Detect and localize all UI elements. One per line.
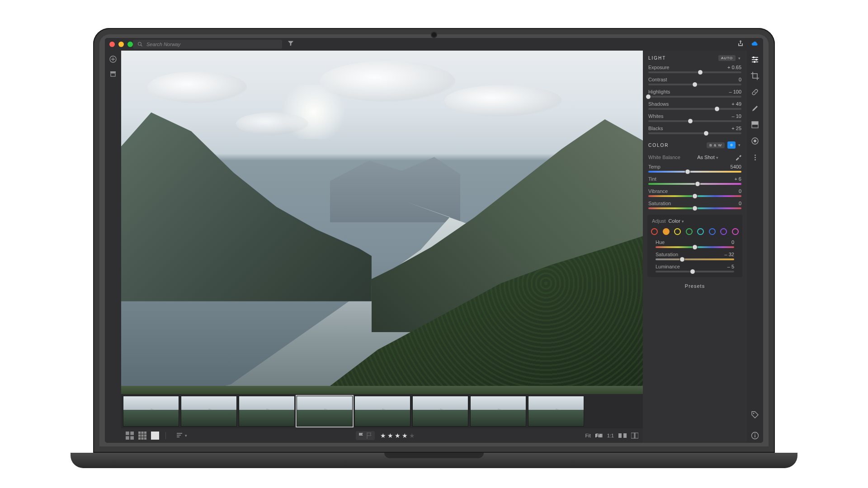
grid-view-button[interactable] <box>126 432 134 439</box>
tag-button[interactable] <box>750 410 760 419</box>
radial-gradient-button[interactable] <box>750 136 760 145</box>
svg-rect-37 <box>755 435 755 437</box>
star-2[interactable]: ★ <box>387 432 395 439</box>
eyedropper-button[interactable] <box>735 154 741 160</box>
plus-circle-icon <box>109 56 117 63</box>
tint-knob[interactable] <box>695 181 700 187</box>
filmstrip-thumb[interactable] <box>181 396 237 427</box>
adjust-mode-dropdown[interactable]: Color ▾ <box>669 218 684 224</box>
luminance-slider[interactable]: Luminance– 5 <box>650 263 740 275</box>
tint-slider[interactable]: Tint+ 6 <box>643 175 747 188</box>
bw-button[interactable]: B & W <box>707 142 725 148</box>
color-swatch-7[interactable] <box>732 228 739 235</box>
wb-dropdown[interactable]: As Shot ▾ <box>697 155 718 160</box>
hue-knob[interactable] <box>692 244 698 250</box>
color-swatch-5[interactable] <box>709 228 716 235</box>
presets-button[interactable]: Presets <box>643 280 747 292</box>
brush-button[interactable] <box>750 104 760 113</box>
fullscreen-window-button[interactable] <box>127 42 133 47</box>
flag-reject-button[interactable] <box>367 432 372 439</box>
titlebar: Search Norway <box>105 38 763 51</box>
color-swatch-6[interactable] <box>720 228 727 235</box>
close-window-button[interactable] <box>109 42 115 47</box>
shadows-knob[interactable] <box>714 106 720 112</box>
svg-rect-19 <box>618 433 622 438</box>
temp-knob[interactable] <box>685 169 690 174</box>
star-3[interactable]: ★ <box>395 432 402 439</box>
filmstrip-thumb[interactable] <box>239 396 295 427</box>
before-after-button[interactable] <box>618 432 627 439</box>
bandage-icon <box>751 88 759 96</box>
add-photos-button[interactable] <box>109 55 117 63</box>
mixer-saturation-knob[interactable] <box>679 257 685 262</box>
star-4[interactable]: ★ <box>402 432 409 439</box>
flag-pick-button[interactable] <box>359 432 364 439</box>
contrast-slider[interactable]: Contrast0 <box>643 76 747 88</box>
rating-stars[interactable]: ★★★★★ <box>380 432 416 439</box>
detail-view-button[interactable] <box>151 432 159 439</box>
square-grid-button[interactable] <box>138 432 146 439</box>
vibrance-knob[interactable] <box>692 193 698 199</box>
luminance-knob[interactable] <box>690 269 695 274</box>
more-tools-button[interactable] <box>750 153 760 162</box>
color-swatch-2[interactable] <box>674 228 681 235</box>
star-1[interactable]: ★ <box>380 432 387 439</box>
crop-button[interactable] <box>750 71 760 80</box>
saturation-slider[interactable]: Saturation0 <box>643 200 747 212</box>
color-swatch-4[interactable] <box>697 228 704 235</box>
filmstrip-thumb[interactable] <box>297 396 353 427</box>
light-auto-button[interactable]: AUTO <box>718 55 736 61</box>
hue-slider[interactable]: Hue0 <box>650 239 740 251</box>
exposure-slider[interactable]: Exposure+ 0.65 <box>643 64 747 76</box>
svg-rect-5 <box>126 432 129 435</box>
color-section-header[interactable]: COLOR B & W ▾ <box>643 137 747 151</box>
photo-canvas[interactable] <box>121 51 643 394</box>
vibrance-slider[interactable]: Vibrance0 <box>643 188 747 200</box>
whites-slider[interactable]: Whites– 10 <box>643 113 747 125</box>
whites-knob[interactable] <box>688 118 693 124</box>
contrast-knob[interactable] <box>692 82 698 87</box>
info-button[interactable] <box>750 431 760 440</box>
exposure-knob[interactable] <box>698 70 703 75</box>
light-section-header[interactable]: LIGHT AUTO ▾ <box>643 51 747 64</box>
mixer-saturation-slider[interactable]: Saturation– 32 <box>650 251 740 263</box>
temp-slider[interactable]: Temp5400 <box>643 163 747 175</box>
share-icon <box>737 40 744 47</box>
color-profile-button[interactable] <box>727 141 736 149</box>
saturation-knob[interactable] <box>692 206 698 211</box>
color-swatch-3[interactable] <box>686 228 693 235</box>
svg-rect-17 <box>144 437 146 440</box>
minimize-window-button[interactable] <box>118 42 124 47</box>
linear-gradient-button[interactable] <box>750 120 760 129</box>
edit-sliders-button[interactable] <box>750 55 760 64</box>
filmstrip-thumb[interactable] <box>412 396 468 427</box>
healing-button[interactable] <box>750 88 760 97</box>
filmstrip-thumb[interactable] <box>470 396 526 427</box>
highlights-knob[interactable] <box>646 94 651 99</box>
filmstrip[interactable] <box>121 394 643 428</box>
zoom-fit-button[interactable]: Fit <box>585 433 591 438</box>
highlights-slider[interactable]: Highlights– 100 <box>643 88 747 100</box>
more-icon <box>755 155 756 160</box>
cloud-sync-button[interactable] <box>751 40 759 49</box>
chevron-down-icon: ▾ <box>738 143 741 147</box>
star-5[interactable]: ★ <box>409 432 416 439</box>
blacks-knob[interactable] <box>703 131 709 136</box>
original-toggle-button[interactable] <box>631 432 638 439</box>
sort-button[interactable]: ▾ <box>177 433 187 438</box>
zoom-1to1-button[interactable]: 1:1 <box>607 433 614 438</box>
share-button[interactable] <box>737 40 744 49</box>
filmstrip-thumb[interactable] <box>528 396 584 427</box>
filter-button[interactable] <box>288 40 294 48</box>
bottom-bar: ▾ ★★★★★ Fit Fill 1:1 <box>121 428 643 443</box>
archive-icon <box>109 70 117 77</box>
blacks-slider[interactable]: Blacks+ 25 <box>643 125 747 137</box>
color-swatch-0[interactable] <box>651 228 658 235</box>
search-field[interactable]: Search Norway <box>133 40 282 49</box>
library-button[interactable] <box>109 70 117 78</box>
shadows-slider[interactable]: Shadows+ 49 <box>643 100 747 113</box>
zoom-fill-button[interactable]: Fill <box>595 433 603 438</box>
filmstrip-thumb[interactable] <box>354 396 410 427</box>
filmstrip-thumb[interactable] <box>123 396 179 427</box>
color-swatch-1[interactable] <box>663 228 670 235</box>
